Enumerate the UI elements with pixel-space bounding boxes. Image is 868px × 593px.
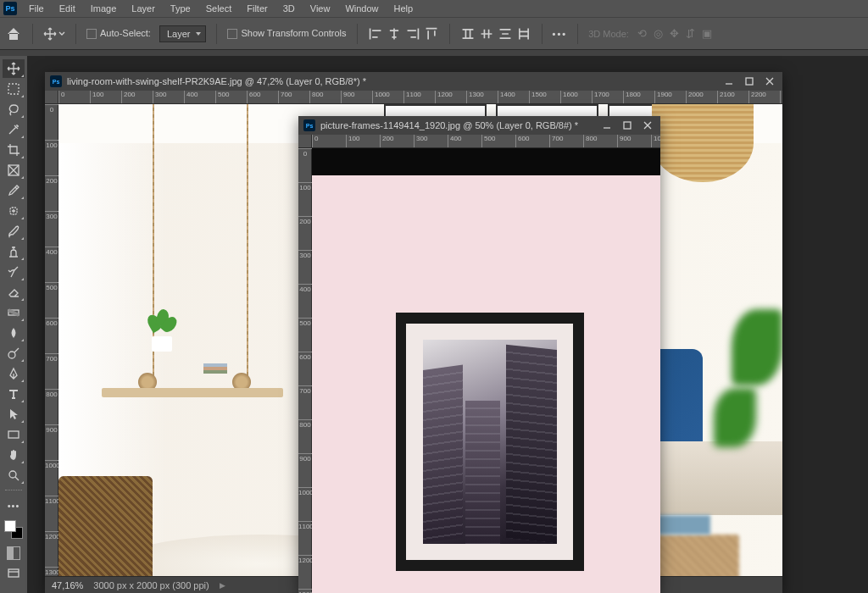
healing-tool[interactable] <box>3 202 25 220</box>
3d-camera-icon[interactable]: ▣ <box>702 27 712 40</box>
menu-edit[interactable]: Edit <box>53 2 82 15</box>
crop-tool[interactable] <box>3 141 25 159</box>
status-caret-icon[interactable]: ▶ <box>220 581 225 590</box>
3d-orbit-icon[interactable]: ⟲ <box>637 27 647 40</box>
svg-rect-7 <box>8 569 19 577</box>
separator <box>577 24 578 44</box>
marquee-tool[interactable] <box>3 80 25 98</box>
pen-tool[interactable] <box>3 364 25 383</box>
svg-rect-8 <box>746 78 753 85</box>
align-right-icon[interactable] <box>405 26 420 42</box>
menu-3d[interactable]: 3D <box>276 2 302 15</box>
ps-icon: Ps <box>303 119 315 131</box>
eraser-tool[interactable] <box>3 283 25 302</box>
maximize-button[interactable] <box>742 75 757 87</box>
svg-point-4 <box>8 352 15 358</box>
zoom-level[interactable]: 47,16% <box>52 580 83 590</box>
ps-icon: Ps <box>50 75 62 87</box>
expand-handle[interactable] <box>0 49 868 56</box>
blur-tool[interactable] <box>3 324 25 342</box>
menu-select[interactable]: Select <box>199 2 239 15</box>
doc2-title: picture-frames-1149414_1920.jpg @ 50% (L… <box>320 120 594 130</box>
menu-help[interactable]: Help <box>387 2 420 15</box>
separator <box>357 24 358 44</box>
align-group-2 <box>460 26 531 42</box>
svg-point-6 <box>9 471 16 478</box>
minimize-button[interactable] <box>599 119 615 131</box>
magic-wand-tool[interactable] <box>3 120 25 139</box>
3d-roll-icon[interactable]: ◎ <box>654 27 663 40</box>
ruler-horizontal[interactable]: 0100200300400500600700800900100011001200… <box>45 91 782 104</box>
doc1-titlebar[interactable]: Ps living-room-with-swing-shelf-PR2K9AE.… <box>45 72 782 91</box>
3d-slide-icon[interactable]: ⇵ <box>686 27 695 40</box>
show-transform-checkbox[interactable]: Show Transform Controls <box>227 28 346 39</box>
dodge-tool[interactable] <box>3 344 25 363</box>
home-icon[interactable] <box>5 25 22 42</box>
clone-tool[interactable] <box>3 242 25 261</box>
menu-view[interactable]: View <box>303 2 337 15</box>
app-logo: Ps <box>3 2 17 15</box>
ruler-vertical[interactable]: 0100200300400500600700800900100011001200… <box>45 104 58 593</box>
ruler-horizontal[interactable]: 01002003004005006007008009001000 <box>298 135 660 148</box>
3d-mode-icons: ⟲ ◎ ✥ ⇵ ▣ <box>637 27 712 40</box>
rectangle-tool[interactable] <box>3 425 25 444</box>
menu-type[interactable]: Type <box>164 2 198 15</box>
maximize-button[interactable] <box>620 119 635 131</box>
separator <box>75 24 76 44</box>
svg-rect-0 <box>8 84 19 94</box>
path-select-tool[interactable] <box>3 405 25 424</box>
zoom-tool[interactable] <box>3 466 25 485</box>
auto-select-checkbox[interactable]: Auto-Select: <box>86 28 151 39</box>
dist-bottom-icon[interactable] <box>498 26 513 42</box>
more-options-icon[interactable]: ••• <box>553 29 568 39</box>
color-swatches[interactable] <box>4 520 23 539</box>
separator <box>32 24 33 44</box>
document-dimensions[interactable]: 3000 px x 2000 px (300 ppi) <box>93 580 209 590</box>
dist-top-icon[interactable] <box>460 26 476 42</box>
menu-filter[interactable]: Filter <box>240 2 274 15</box>
separator <box>449 24 450 44</box>
dist-vcenter-icon[interactable] <box>479 26 494 42</box>
doc2-image-content <box>312 148 660 593</box>
menu-window[interactable]: Window <box>338 2 385 15</box>
menu-layer[interactable]: Layer <box>125 2 162 15</box>
doc2-canvas[interactable] <box>312 148 660 593</box>
separator <box>216 24 217 44</box>
3d-pan-icon[interactable]: ✥ <box>670 27 679 40</box>
move-icon <box>43 27 57 41</box>
gradient-tool[interactable] <box>3 303 25 322</box>
type-tool[interactable] <box>3 385 25 403</box>
auto-select-dropdown[interactable]: Layer <box>159 25 207 42</box>
align-group-1 <box>368 26 439 42</box>
svg-rect-9 <box>624 122 631 129</box>
doc2-titlebar[interactable]: Ps picture-frames-1149414_1920.jpg @ 50%… <box>298 116 660 135</box>
move-tool[interactable] <box>3 59 25 78</box>
edit-toolbar-icon[interactable]: ••• <box>3 496 25 515</box>
separator <box>542 24 542 44</box>
lasso-tool[interactable] <box>3 100 25 119</box>
menu-bar: Ps File Edit Image Layer Type Select Fil… <box>0 0 868 17</box>
document-window-2: Ps picture-frames-1149414_1920.jpg @ 50%… <box>298 116 660 593</box>
close-button[interactable] <box>640 119 655 131</box>
history-brush-tool[interactable] <box>3 263 25 281</box>
brush-tool[interactable] <box>3 222 25 241</box>
show-transform-label: Show Transform Controls <box>241 28 346 38</box>
hand-tool[interactable] <box>3 446 25 464</box>
close-button[interactable] <box>762 75 777 87</box>
menu-file[interactable]: File <box>22 2 51 15</box>
align-left-icon[interactable] <box>368 26 383 42</box>
dist-left-icon[interactable] <box>516 26 531 42</box>
options-bar: Auto-Select: Layer Show Transform Contro… <box>0 17 868 49</box>
menu-image[interactable]: Image <box>84 2 124 15</box>
align-hcenter-icon[interactable] <box>387 26 402 42</box>
quick-mask-icon[interactable] <box>3 544 25 563</box>
move-tool-indicator[interactable] <box>43 27 65 41</box>
align-top-icon[interactable] <box>424 26 439 42</box>
chevron-down-icon <box>58 30 65 37</box>
screen-mode-icon[interactable] <box>3 564 25 583</box>
eyedropper-tool[interactable] <box>3 181 25 200</box>
tool-divider <box>5 490 22 491</box>
ruler-vertical[interactable]: 0100200300400500600700800900100011001200… <box>298 148 312 593</box>
frame-tool[interactable] <box>3 161 25 180</box>
minimize-button[interactable] <box>721 75 737 87</box>
